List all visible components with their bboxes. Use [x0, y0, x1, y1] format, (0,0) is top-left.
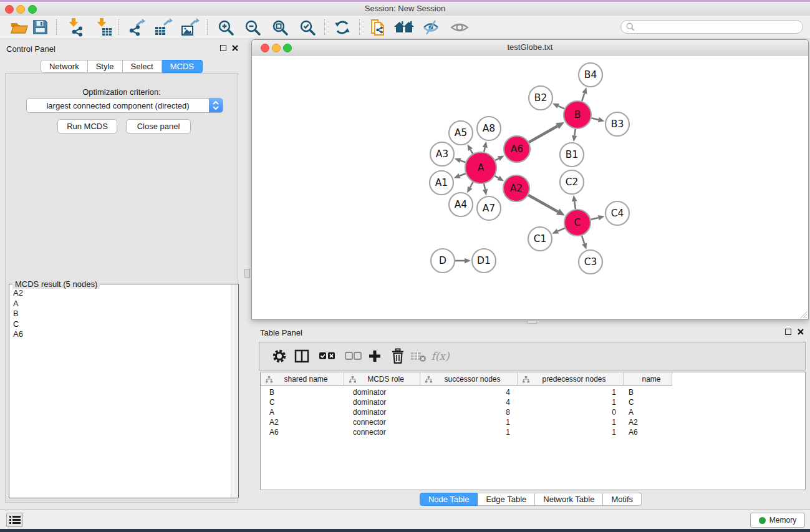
column-view-button[interactable]: [291, 342, 312, 370]
table-row[interactable]: Bdominator41B: [261, 387, 805, 397]
task-history-button[interactable]: [6, 513, 23, 527]
edge-A-A6[interactable]: [495, 158, 499, 160]
column-header-successor-nodes[interactable]: successor nodes: [420, 372, 518, 386]
list-item[interactable]: A: [9, 299, 231, 309]
edge-A2-C[interactable]: [528, 195, 557, 212]
org-chart-icon: [349, 375, 356, 385]
list-item[interactable]: B: [9, 309, 231, 319]
close-table-panel-icon[interactable]: [798, 329, 804, 335]
edge-B-B4[interactable]: [582, 93, 584, 101]
table-row[interactable]: A6connector11A6: [261, 427, 805, 437]
search-input[interactable]: [637, 22, 803, 32]
column-header-shared-name[interactable]: shared name: [261, 372, 344, 386]
edge-B-B3[interactable]: [591, 118, 598, 120]
edge-A6-B[interactable]: [529, 126, 557, 142]
float-table-panel-icon[interactable]: [785, 329, 791, 335]
table-row[interactable]: A2connector11A2: [261, 417, 805, 427]
zoom-in-icon: [217, 19, 234, 36]
delete-column-button[interactable]: [387, 342, 408, 370]
column-header-predecessor-nodes[interactable]: predecessor nodes: [518, 372, 624, 386]
export-table-button[interactable]: [153, 17, 174, 37]
cell-name: A6: [624, 427, 672, 437]
panel-splitter-handle[interactable]: [244, 269, 250, 278]
search-field[interactable]: [620, 20, 803, 34]
edge-C-C2[interactable]: [574, 201, 576, 210]
import-network-button[interactable]: [65, 17, 87, 37]
main-toolbar: [0, 16, 810, 39]
tab-network[interactable]: Network: [41, 60, 88, 73]
edge-arrowhead: [483, 142, 488, 148]
close-panel-icon[interactable]: [232, 45, 238, 51]
list-item[interactable]: A6: [9, 329, 231, 340]
show-eye-button[interactable]: [449, 17, 470, 37]
tab-node-table[interactable]: Node Table: [420, 493, 478, 506]
export-network-button[interactable]: [126, 17, 147, 37]
cell-name: A: [624, 407, 672, 417]
horizontal-splitter-handle[interactable]: [527, 321, 537, 324]
zoom-selected-button[interactable]: [297, 17, 318, 37]
result-scrollbar[interactable]: [231, 284, 238, 498]
edge-B-B1[interactable]: [574, 129, 575, 136]
hide-panel-button[interactable]: [420, 17, 441, 37]
column-header-name[interactable]: name: [624, 372, 672, 386]
tab-style[interactable]: Style: [88, 60, 123, 73]
edge-A-A5[interactable]: [470, 150, 473, 154]
edge-A-A8[interactable]: [484, 147, 485, 152]
table-settings-button[interactable]: [269, 342, 290, 370]
edge-C-C1[interactable]: [557, 228, 564, 231]
cell-successor-nodes: 4: [420, 397, 518, 407]
close-panel-button[interactable]: Close panel: [126, 119, 191, 133]
delete-table-button[interactable]: [408, 342, 429, 370]
open-session-file-button[interactable]: [367, 17, 388, 37]
add-column-button[interactable]: [364, 342, 385, 370]
tab-select[interactable]: Select: [123, 60, 162, 73]
column-header-label: name: [624, 375, 672, 384]
refresh-view-button[interactable]: [332, 17, 353, 37]
node-label: A8: [483, 123, 495, 134]
search-icon: [626, 22, 635, 31]
optimization-criterion-label: Optimization criterion:: [0, 87, 243, 97]
table-row[interactable]: Cdominator41C: [261, 397, 805, 407]
function-builder-button[interactable]: f(x): [427, 342, 454, 370]
edge-A-A3[interactable]: [460, 160, 465, 162]
edge-B-B2[interactable]: [558, 106, 564, 109]
cell-shared-name: A: [261, 407, 344, 417]
tab-motifs[interactable]: Motifs: [603, 493, 642, 506]
tab-network-table[interactable]: Network Table: [535, 493, 603, 506]
resize-grip-icon[interactable]: [800, 311, 808, 319]
save-session-button[interactable]: [29, 17, 51, 37]
run-mcds-button[interactable]: Run MCDS: [57, 119, 117, 133]
network-canvas[interactable]: B4B2BB3A8A5A6B1A3AA1C2A2A4A7C4CC1C3DD1: [252, 56, 808, 319]
zoom-out-button[interactable]: [242, 17, 263, 37]
select-all-button[interactable]: [317, 342, 338, 370]
zoom-fit-button[interactable]: [269, 17, 291, 37]
float-panel-icon[interactable]: [220, 45, 226, 51]
zoom-fit-icon: [271, 19, 289, 36]
export-image-button[interactable]: [180, 17, 201, 37]
open-file-button[interactable]: [9, 17, 30, 37]
criterion-select[interactable]: largest connected component (directed): [26, 98, 223, 113]
edge-A-A2[interactable]: [495, 176, 499, 178]
node-label: A6: [511, 143, 523, 155]
memory-button[interactable]: Memory: [750, 513, 805, 528]
edge-C-C4[interactable]: [591, 218, 598, 220]
column-header-mcds-role[interactable]: MCDS role: [344, 372, 420, 386]
network-window-titlebar[interactable]: testGlobe.txt: [252, 40, 808, 56]
tab-edge-table[interactable]: Edge Table: [478, 493, 535, 506]
list-item[interactable]: C: [9, 319, 231, 330]
table-row[interactable]: Adominator80A: [261, 407, 805, 417]
edge-A-A7[interactable]: [484, 183, 485, 189]
tab-mcds[interactable]: MCDS: [162, 60, 203, 73]
zoom-in-button[interactable]: [215, 17, 236, 37]
export-network-icon: [127, 18, 146, 37]
node-label: D1: [477, 255, 491, 266]
edge-arrowhead: [572, 195, 577, 201]
edge-A-A1[interactable]: [460, 173, 466, 176]
node-label: B1: [566, 149, 579, 160]
home-view-button[interactable]: [393, 17, 415, 37]
select-all-icon: [319, 351, 336, 361]
import-table-button[interactable]: [94, 17, 115, 37]
deselect-all-button[interactable]: [343, 342, 364, 370]
edge-C-C3[interactable]: [582, 236, 584, 244]
edge-A-A4[interactable]: [470, 182, 473, 188]
